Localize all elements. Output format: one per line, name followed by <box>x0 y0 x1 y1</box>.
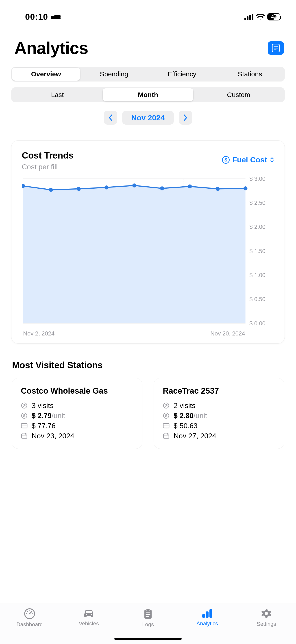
range-month[interactable]: Month <box>103 88 193 101</box>
bed-icon <box>51 14 61 20</box>
station-price-value: $ 2.79 <box>32 412 52 420</box>
car-icon <box>83 608 95 619</box>
calendar-icon <box>21 433 28 439</box>
svg-rect-71 <box>209 609 212 618</box>
tab-vehicles[interactable]: Vehicles <box>59 608 118 627</box>
tab-label: Vehicles <box>79 620 99 627</box>
svg-rect-6 <box>252 14 253 20</box>
svg-rect-2 <box>54 15 61 18</box>
svg-text:$ 0.50: $ 0.50 <box>249 296 265 302</box>
svg-rect-69 <box>202 614 205 618</box>
svg-rect-50 <box>163 434 169 438</box>
battery-icon: 49 <box>267 13 280 20</box>
svg-point-33 <box>188 184 192 188</box>
status-left: 00:10 <box>25 12 61 22</box>
range-custom[interactable]: Custom <box>193 88 284 101</box>
svg-point-31 <box>132 184 136 188</box>
battery-level: 49 <box>268 14 280 20</box>
svg-point-29 <box>77 187 81 191</box>
svg-point-56 <box>29 613 30 614</box>
range-last[interactable]: Last <box>12 88 103 101</box>
range-segmented-control[interactable]: Last Month Custom <box>11 87 285 102</box>
svg-point-60 <box>29 610 30 610</box>
svg-text:$ 2.00: $ 2.00 <box>249 224 265 230</box>
tab-settings[interactable]: Settings <box>237 608 296 627</box>
tab-overview[interactable]: Overview <box>12 68 80 80</box>
svg-text:$ 0.00: $ 0.00 <box>249 320 265 326</box>
svg-rect-41 <box>21 434 27 438</box>
cost-trends-subtitle: Cost per fill <box>22 163 74 171</box>
dollar-circle-icon: $ <box>21 412 28 419</box>
updown-icon <box>270 157 274 163</box>
status-right: 49 <box>244 13 280 20</box>
tab-overview-label: Overview <box>31 70 61 78</box>
card-icon <box>21 423 28 428</box>
station-unit-price: $ $ 2.79/unit <box>21 412 133 420</box>
svg-rect-65 <box>146 609 150 611</box>
tab-spending-label: Spending <box>100 70 128 78</box>
svg-point-34 <box>216 187 220 191</box>
station-card[interactable]: Costco Wholesale Gas 3 visits $ $ 2.79/u… <box>12 378 143 449</box>
most-visited-title: Most Visited Stations <box>12 360 284 370</box>
svg-point-28 <box>49 188 53 192</box>
station-card[interactable]: RaceTrac 2537 2 visits $ $ 2.80/unit $ 5… <box>153 378 284 449</box>
svg-point-62 <box>86 614 87 615</box>
svg-rect-5 <box>249 15 251 20</box>
header: Analytics Overview Spending Efficiency S… <box>0 38 296 124</box>
station-visits-value: 3 visits <box>32 402 54 410</box>
period-label: Nov 2024 <box>131 114 164 122</box>
station-price-value: $ 2.80 <box>173 412 193 420</box>
station-total: $ 50.63 <box>163 422 275 430</box>
station-total-value: $ 77.76 <box>32 422 56 430</box>
x-label-end: Nov 20, 2024 <box>210 330 245 337</box>
tab-spending[interactable]: Spending <box>80 68 148 80</box>
svg-point-63 <box>91 614 92 615</box>
period-next-button[interactable] <box>179 111 192 124</box>
status-time: 00:10 <box>25 12 48 22</box>
svg-point-72 <box>265 612 268 615</box>
gear-icon <box>261 608 272 619</box>
tab-dashboard[interactable]: Dashboard <box>0 608 59 628</box>
view-segmented-control[interactable]: Overview Spending Efficiency Stations <box>11 67 285 82</box>
chevron-right-icon <box>183 114 187 121</box>
tab-analytics[interactable]: Analytics <box>178 608 237 627</box>
cellular-icon <box>244 14 253 20</box>
dollar-circle-icon: $ <box>163 412 169 419</box>
svg-rect-3 <box>244 18 246 20</box>
period-prev-button[interactable] <box>104 111 117 124</box>
station-unit-price: $ $ 2.80/unit <box>163 412 275 420</box>
range-month-label: Month <box>138 91 158 98</box>
cost-trends-title: Cost Trends <box>22 150 74 160</box>
svg-rect-4 <box>247 16 249 20</box>
status-bar: 00:10 49 <box>0 0 296 34</box>
x-label-start: Nov 2, 2024 <box>23 330 54 337</box>
tab-efficiency-label: Efficiency <box>168 70 196 78</box>
range-last-label: Last <box>51 91 64 98</box>
tab-label: Dashboard <box>16 621 43 628</box>
page-title: Analytics <box>14 38 285 58</box>
svg-text:$ 1.50: $ 1.50 <box>249 248 265 254</box>
bars-icon <box>201 608 213 619</box>
wifi-icon <box>256 14 265 20</box>
station-date-value: Nov 23, 2024 <box>32 432 74 440</box>
tab-logs[interactable]: Logs <box>118 608 178 628</box>
svg-point-30 <box>105 186 109 190</box>
station-price-unit: /unit <box>52 412 65 420</box>
svg-text:$ 2.50: $ 2.50 <box>249 200 265 206</box>
x-axis-labels: Nov 2, 2024 Nov 20, 2024 <box>22 328 274 337</box>
tab-label: Settings <box>257 621 276 627</box>
station-visits-value: 2 visits <box>173 402 195 410</box>
notes-button[interactable] <box>268 41 284 55</box>
tab-stations[interactable]: Stations <box>216 68 284 80</box>
metric-selector[interactable]: $ Fuel Cost <box>222 156 274 164</box>
gauge-icon <box>24 608 35 620</box>
station-date: Nov 23, 2024 <box>21 432 133 440</box>
tab-label: Analytics <box>196 620 218 627</box>
clipboard-icon <box>143 608 153 620</box>
period-label-button[interactable]: Nov 2024 <box>122 111 173 124</box>
tab-efficiency[interactable]: Efficiency <box>148 68 216 80</box>
metric-label: Fuel Cost <box>232 156 267 164</box>
chevron-left-icon <box>109 114 113 121</box>
svg-rect-61 <box>86 611 92 613</box>
svg-point-32 <box>160 186 164 190</box>
